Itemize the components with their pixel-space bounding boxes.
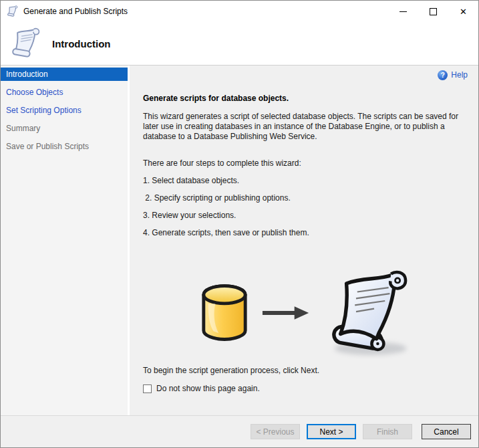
wizard-body: Introduction Choose Objects Set Scriptin… bbox=[1, 65, 478, 415]
scroll-icon bbox=[10, 27, 41, 60]
dont-show-again-checkbox[interactable] bbox=[143, 384, 152, 393]
wizard-illustration bbox=[199, 267, 410, 359]
step-item: 1. Select database objects. bbox=[143, 176, 468, 185]
checkbox-label[interactable]: Do not show this page again. bbox=[156, 384, 260, 393]
database-icon bbox=[199, 283, 250, 343]
sidebar-item-save-or-publish-scripts[interactable]: Save or Publish Scripts bbox=[1, 140, 128, 153]
finish-button[interactable]: Finish bbox=[363, 424, 412, 439]
sidebar-item-summary[interactable]: Summary bbox=[1, 122, 128, 135]
wizard-header: Introduction bbox=[1, 22, 478, 65]
next-button[interactable]: Next > bbox=[307, 424, 356, 439]
steps-intro: There are four steps to complete this wi… bbox=[143, 158, 468, 168]
step-item: 4. Generate scripts, then save or publis… bbox=[143, 228, 468, 237]
next-instruction-note: To begin the script generation process, … bbox=[143, 366, 468, 375]
close-icon: ✕ bbox=[460, 7, 467, 16]
minimize-button[interactable] bbox=[388, 1, 418, 22]
intro-paragraph: This wizard generates a script of select… bbox=[143, 112, 468, 142]
sidebar-item-choose-objects[interactable]: Choose Objects bbox=[1, 86, 128, 99]
help-icon: ? bbox=[438, 70, 448, 80]
help-link[interactable]: ? Help bbox=[438, 70, 468, 80]
close-button[interactable]: ✕ bbox=[448, 1, 478, 22]
step-item: 2. Specify scripting or publishing optio… bbox=[143, 193, 468, 203]
page-content: ? Help Generate scripts for database obj… bbox=[130, 66, 478, 415]
wizard-steps-nav: Introduction Choose Objects Set Scriptin… bbox=[1, 66, 128, 415]
sidebar-item-set-scripting-options[interactable]: Set Scripting Options bbox=[1, 104, 128, 117]
cancel-button[interactable]: Cancel bbox=[422, 424, 471, 439]
minimize-icon bbox=[400, 11, 407, 12]
arrow-right-icon bbox=[261, 304, 313, 322]
sidebar-item-introduction[interactable]: Introduction bbox=[1, 68, 128, 81]
step-item: 3. Review your selections. bbox=[143, 211, 468, 220]
window-title: Generate and Publish Scripts bbox=[23, 7, 388, 16]
previous-button[interactable]: < Previous bbox=[251, 424, 300, 439]
dont-show-again-row: Do not show this page again. bbox=[143, 384, 468, 393]
content-heading: Generate scripts for database objects. bbox=[143, 94, 468, 103]
script-scroll-icon bbox=[326, 267, 410, 359]
wizard-footer: < Previous Next > Finish Cancel bbox=[1, 415, 478, 447]
maximize-button[interactable] bbox=[418, 1, 448, 22]
scroll-icon bbox=[7, 5, 18, 17]
title-bar: Generate and Publish Scripts ✕ bbox=[1, 1, 478, 22]
wizard-window: Generate and Publish Scripts ✕ Introduct… bbox=[0, 0, 479, 448]
maximize-icon bbox=[430, 8, 437, 15]
page-title: Introduction bbox=[52, 38, 110, 49]
help-label: Help bbox=[451, 70, 468, 80]
window-controls: ✕ bbox=[388, 1, 478, 22]
